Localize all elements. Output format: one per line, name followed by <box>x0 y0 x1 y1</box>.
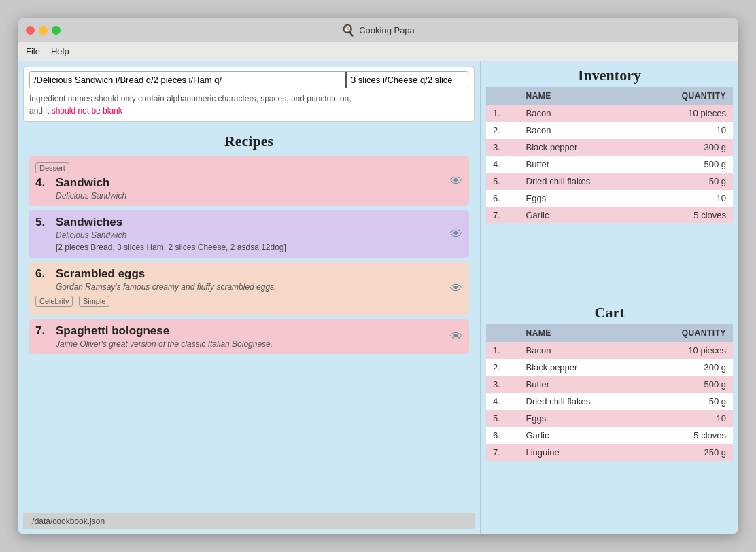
table-row: 4. Dried chili flakes 50 g <box>486 393 733 410</box>
recipe-name: Sandwiches <box>56 215 122 229</box>
row-num: 5. <box>486 410 519 427</box>
inv-col-qty: QUANTITY <box>642 87 733 105</box>
left-panel: 3 slices i/Cheese q/2 slice Ingredient n… <box>18 61 480 534</box>
recipe-item: 7. Spaghetti bolognese Jaime Oliver's gr… <box>29 319 469 354</box>
recipe-subtitle: Jaime Oliver's great version of the clas… <box>56 339 462 349</box>
table-row: 6. Garlic 5 cloves <box>486 427 733 444</box>
row-qty: 10 pieces <box>642 105 733 122</box>
row-qty: 500 g <box>642 376 733 393</box>
eye-icon[interactable]: 👁 <box>450 174 462 188</box>
tag-simple[interactable]: Simple <box>79 296 110 307</box>
menu-file[interactable]: File <box>26 46 40 56</box>
recipe-number: 6. <box>35 267 52 281</box>
cart-col-name: NAME <box>519 324 642 342</box>
row-num: 6. <box>486 427 519 444</box>
inventory-section: Inventory NAME QUANTITY 1. Bacon 10 piec… <box>481 61 738 298</box>
row-qty: 50 g <box>642 173 733 190</box>
tag-row: Dessert <box>35 161 462 173</box>
recipe-item: Dessert 4. Sandwich Delicious Sandwich 👁 <box>29 156 469 206</box>
row-qty: 500 g <box>642 156 733 173</box>
cart-col-qty: QUANTITY <box>642 324 733 342</box>
recipes-list: Dessert 4. Sandwich Delicious Sandwich 👁… <box>23 153 475 507</box>
error-line1: Ingredient names should only contain alp… <box>29 94 351 103</box>
recipes-section: Recipes Dessert 4. Sandwich Delicious Sa… <box>23 127 475 507</box>
table-row: 4. Butter 500 g <box>486 156 733 173</box>
cart-table: NAME QUANTITY 1. Bacon 10 pieces 2. Blac… <box>486 324 733 461</box>
tag-dessert[interactable]: Dessert <box>35 162 69 173</box>
table-row: 6. Eggs 10 <box>486 190 733 207</box>
cart-col-num <box>486 324 519 342</box>
app-title: Cooking Papa <box>359 25 415 35</box>
main-window: 🍳 Cooking Papa File Help 3 slices i/Chee… <box>18 18 738 534</box>
recipe-number: 5. <box>35 215 52 229</box>
table-row: 1. Bacon 10 pieces <box>486 342 733 359</box>
table-row: 3. Butter 500 g <box>486 376 733 393</box>
status-bar: ./data/cookbook.json <box>23 513 475 529</box>
error-line2-prefix: and <box>29 106 45 116</box>
recipes-title: Recipes <box>23 127 475 153</box>
menu-help[interactable]: Help <box>51 46 69 56</box>
recipe-item: 6. Scrambled eggs Gordan Ramsay's famous… <box>29 262 469 315</box>
traffic-lights <box>26 26 61 35</box>
row-name: Dried chili flakes <box>519 393 642 410</box>
row-name: Garlic <box>519 207 642 223</box>
row-num: 7. <box>486 444 519 461</box>
row-num: 1. <box>486 342 519 359</box>
eye-icon[interactable]: 👁 <box>450 330 462 344</box>
table-row: 7. Linguine 250 g <box>486 444 733 461</box>
recipe-input-left[interactable] <box>30 72 345 88</box>
row-num: 2. <box>486 359 519 376</box>
row-qty: 50 g <box>642 393 733 410</box>
recipe-title-row: 6. Scrambled eggs <box>35 267 462 281</box>
input-row: 3 slices i/Cheese q/2 slice <box>29 71 468 88</box>
row-num: 4. <box>486 156 519 173</box>
cart-title: Cart <box>481 298 738 324</box>
row-name: Black pepper <box>519 139 642 156</box>
recipe-ingredients: [2 pieces Bread, 3 slices Ham, 2 slices … <box>56 243 462 252</box>
row-num: 4. <box>486 393 519 410</box>
row-qty: 10 <box>642 190 733 207</box>
row-qty: 5 cloves <box>642 207 733 223</box>
row-qty: 250 g <box>642 444 733 461</box>
recipe-number: 4. <box>35 176 52 190</box>
title-bar: 🍳 Cooking Papa <box>18 18 738 42</box>
inventory-title: Inventory <box>481 61 738 87</box>
row-num: 2. <box>486 122 519 139</box>
row-name: Bacon <box>519 105 642 122</box>
recipe-title-row: 7. Spaghetti bolognese <box>35 324 462 338</box>
maximize-button[interactable] <box>52 26 61 35</box>
row-name: Dried chili flakes <box>519 173 642 190</box>
eye-icon[interactable]: 👁 <box>450 281 462 296</box>
row-name: Garlic <box>519 427 642 444</box>
row-name: Bacon <box>519 342 642 359</box>
row-name: Butter <box>519 156 642 173</box>
recipe-input-right: 3 slices i/Cheese q/2 slice <box>345 72 468 88</box>
recipe-subtitle: Gordan Ramsay's famous creamy and fluffy… <box>56 282 462 292</box>
eye-icon[interactable]: 👁 <box>450 227 462 241</box>
table-row: 2. Black pepper 300 g <box>486 359 733 376</box>
recipe-number: 7. <box>35 324 52 338</box>
row-qty: 300 g <box>642 359 733 376</box>
table-row: 1. Bacon 10 pieces <box>486 105 733 122</box>
row-num: 7. <box>486 207 519 223</box>
recipe-name: Sandwich <box>56 176 109 190</box>
recipe-title-row: 5. Sandwiches <box>35 215 462 229</box>
right-panel: Inventory NAME QUANTITY 1. Bacon 10 piec… <box>480 61 738 534</box>
table-row: 5. Eggs 10 <box>486 410 733 427</box>
recipe-item: 5. Sandwiches Delicious Sandwich [2 piec… <box>29 210 469 258</box>
close-button[interactable] <box>26 26 35 35</box>
table-row: 3. Black pepper 300 g <box>486 139 733 156</box>
error-highlight: it should not be blank <box>45 106 122 116</box>
row-name: Linguine <box>519 444 642 461</box>
recipe-name: Spaghetti bolognese <box>56 324 169 338</box>
row-qty: 10 <box>642 122 733 139</box>
inv-col-num <box>486 87 519 105</box>
table-row: 2. Bacon 10 <box>486 122 733 139</box>
inventory-table: NAME QUANTITY 1. Bacon 10 pieces 2. Baco… <box>486 87 733 223</box>
tag-celebrity[interactable]: Celebrity <box>35 296 73 307</box>
recipe-subtitle: Delicious Sandwich <box>56 191 462 201</box>
row-name: Butter <box>519 376 642 393</box>
row-num: 3. <box>486 376 519 393</box>
row-qty: 10 pieces <box>642 342 733 359</box>
minimize-button[interactable] <box>39 26 48 35</box>
